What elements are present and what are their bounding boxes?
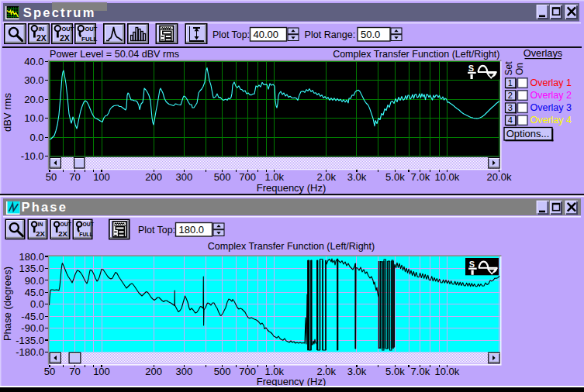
svg-text:Phase: Phase [22, 200, 68, 214]
svg-text:Overlays: Overlays [524, 47, 563, 59]
svg-text:135.0: 135.0 [19, 263, 44, 274]
svg-text:Complex Transfer Function (Lef: Complex Transfer Function (Left/Right) [208, 241, 375, 252]
svg-text:700: 700 [239, 366, 256, 377]
svg-text:40.0: 40.0 [24, 56, 43, 67]
svg-text:30.0: 30.0 [24, 74, 43, 86]
svg-text:1: 1 [508, 78, 513, 88]
svg-text:5.0k: 5.0k [385, 171, 405, 183]
svg-text:2X: 2X [36, 33, 47, 43]
svg-text:FULL: FULL [79, 232, 92, 237]
svg-text:S: S [469, 260, 475, 269]
svg-text:10.0: 10.0 [24, 112, 43, 124]
svg-text:700: 700 [239, 171, 256, 183]
svg-text:Frequency (Hz): Frequency (Hz) [257, 182, 327, 194]
svg-text:20.0: 20.0 [24, 94, 43, 105]
svg-text:-180.0: -180.0 [16, 346, 44, 358]
svg-text:40.00: 40.00 [254, 29, 279, 40]
svg-text:2X: 2X [60, 33, 70, 43]
svg-text:FULL: FULL [81, 36, 98, 43]
svg-text:10.0k: 10.0k [434, 171, 459, 183]
svg-text:Overlay 4: Overlay 4 [530, 115, 572, 126]
svg-text:Set: Set [503, 61, 514, 76]
svg-text:On: On [514, 63, 525, 75]
svg-text:100: 100 [93, 171, 110, 183]
svg-text:90.0: 90.0 [25, 275, 44, 287]
svg-text:-135.0: -135.0 [16, 335, 44, 346]
svg-text:200: 200 [145, 366, 162, 377]
svg-text:Options...: Options... [506, 128, 550, 139]
svg-text:180.0: 180.0 [179, 224, 205, 236]
svg-text:OUT: OUT [62, 26, 74, 33]
svg-text:Plot Range:: Plot Range: [305, 29, 356, 40]
svg-text:Complex Transfer Function (Lef: Complex Transfer Function (Left/Right) [333, 49, 499, 60]
svg-text:2X: 2X [58, 229, 67, 238]
svg-text:300: 300 [175, 171, 192, 183]
svg-text:7.0k: 7.0k [411, 366, 430, 377]
svg-text:70: 70 [69, 171, 80, 183]
svg-text:3.0k: 3.0k [347, 171, 367, 183]
svg-text:OUT: OUT [83, 222, 95, 227]
svg-text:10.0k: 10.0k [434, 366, 459, 377]
svg-text:OUT: OUT [60, 222, 72, 227]
svg-text:dBV rms: dBV rms [2, 93, 13, 132]
svg-text:-10.0: -10.0 [21, 150, 44, 162]
svg-text:50: 50 [44, 366, 55, 377]
svg-text:2: 2 [508, 91, 513, 100]
svg-text:OUT: OUT [85, 26, 98, 33]
svg-text:-90.0: -90.0 [21, 322, 44, 334]
svg-text:Plot Top:: Plot Top: [138, 225, 175, 236]
svg-text:50: 50 [46, 171, 57, 183]
svg-text:Spectrum: Spectrum [23, 5, 96, 19]
svg-text:180.0: 180.0 [19, 251, 44, 263]
svg-text:-45.0: -45.0 [21, 311, 44, 322]
svg-text:S: S [468, 64, 474, 73]
svg-text:70: 70 [69, 366, 80, 377]
svg-text:Overlay 1: Overlay 1 [530, 77, 572, 88]
svg-text:Overlay 3: Overlay 3 [530, 102, 572, 113]
svg-text:IN: IN [39, 26, 45, 33]
svg-text:2X: 2X [36, 229, 45, 238]
svg-text:200: 200 [145, 171, 162, 183]
svg-text:0.0: 0.0 [29, 132, 43, 143]
svg-text:3: 3 [508, 103, 513, 112]
svg-text:Plot Top:: Plot Top: [213, 29, 250, 40]
svg-text:Frequency (Hz): Frequency (Hz) [257, 376, 327, 387]
svg-text:500: 500 [214, 366, 231, 377]
svg-text:Overlay 2: Overlay 2 [530, 90, 572, 101]
svg-text:100: 100 [93, 366, 110, 377]
svg-text:45.0: 45.0 [25, 287, 44, 298]
svg-text:3.0k: 3.0k [347, 366, 367, 377]
svg-text:Phase (degrees): Phase (degrees) [2, 266, 13, 341]
svg-text:7.0k: 7.0k [411, 171, 430, 183]
svg-text:4: 4 [508, 115, 513, 125]
svg-text:IN: IN [38, 222, 43, 227]
svg-text:50.0: 50.0 [361, 29, 380, 40]
svg-text:Power Level = 50.04 dBV rms: Power Level = 50.04 dBV rms [50, 49, 179, 60]
svg-text:300: 300 [175, 366, 192, 377]
svg-text:5.0k: 5.0k [385, 366, 405, 377]
svg-text:500: 500 [214, 171, 231, 183]
svg-text:0.0: 0.0 [30, 298, 44, 310]
svg-text:20.0k: 20.0k [487, 171, 512, 183]
